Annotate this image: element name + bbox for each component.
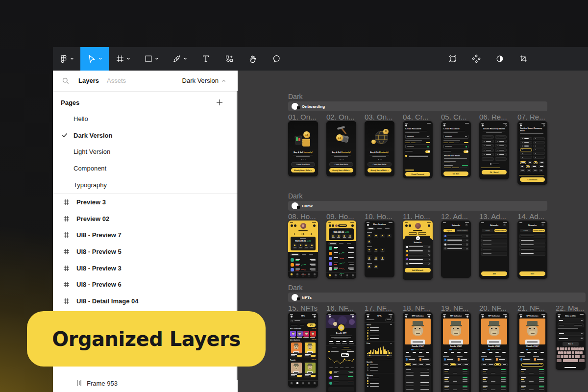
phone-thumbnail[interactable]: Doodle NFT: [326, 312, 356, 392]
tab-layers[interactable]: Layers: [78, 77, 99, 84]
chevron-down-icon[interactable]: [183, 57, 187, 60]
move-tool-button[interactable]: [80, 47, 109, 71]
phone-thumbnail[interactable]: ɃBuy & Sell Instantly!Create New WalletA…: [288, 121, 318, 176]
mask-button[interactable]: [488, 47, 512, 71]
frame-title-label[interactable]: 13. Ad...: [479, 212, 506, 220]
thumb-shape: [533, 354, 538, 354]
thumb-shape: [302, 254, 306, 255]
thumb-shape: [303, 159, 304, 160]
page-item-hello[interactable]: Hello: [53, 111, 238, 127]
frame-title-label[interactable]: 02. On...: [326, 113, 355, 121]
design-canvas[interactable]: DarkOnboarding01. On...ɃBuy & Sell Insta…: [238, 71, 588, 392]
phone-thumbnail[interactable]: Networks×PopularCustom Networks: [441, 220, 471, 278]
phone-thumbnail[interactable]: ɃBuy & Sell Instantly!Create New WalletA…: [326, 121, 356, 176]
frame-item-ui8-preview-7[interactable]: UI8 - Preview 7: [53, 227, 238, 244]
frame-title-label[interactable]: 16. NF...: [326, 304, 354, 312]
phone-thumbnail[interactable]: More Services: [365, 220, 394, 277]
frame-title-label[interactable]: 08. Ho...: [288, 212, 316, 220]
thumb-text: Ƀ: [303, 133, 310, 138]
frame-title-label[interactable]: 06. Re...: [479, 113, 507, 121]
section-header-nfts[interactable]: NFTs: [288, 293, 586, 302]
page-item-light-version[interactable]: Light Version: [53, 144, 238, 160]
thumb-shape: [527, 341, 538, 342]
phone-thumbnail[interactable]: Create Password••••••••••••••••••••••••S…: [441, 121, 471, 177]
page-item-dark-version[interactable]: Dark Version: [53, 127, 238, 144]
variants-button[interactable]: [465, 47, 488, 71]
frame-title-label[interactable]: 20. NF...: [479, 304, 507, 312]
chevron-down-icon[interactable]: [126, 57, 130, 60]
phone-thumbnail[interactable]: NFT CollectionDoodle #7007: [479, 312, 509, 392]
hand-tool-button[interactable]: [241, 47, 265, 71]
section-header-home[interactable]: Home: [288, 201, 547, 211]
thumb-shape: [501, 373, 506, 373]
phone-thumbnail[interactable]: NFTsNFTsHot CollectionsView allLive Auct…: [288, 312, 318, 388]
thumb-shape: [539, 373, 544, 373]
frame-title-label[interactable]: 12. Ad...: [441, 212, 468, 220]
frame-item-ui8-preview-6[interactable]: UI8 - Preview 6: [53, 276, 238, 293]
frame-tool-button[interactable]: [109, 47, 137, 71]
frame-title-label[interactable]: 14. Ad...: [517, 212, 544, 220]
text-tool-button[interactable]: [194, 47, 218, 71]
thumb-shape: [334, 156, 348, 157]
chevron-down-icon[interactable]: [98, 57, 102, 60]
phone-thumbnail[interactable]: Networks×PopularCustom NetworksSave: [517, 220, 547, 279]
comment-tool-button[interactable]: [265, 47, 288, 71]
phone-thumbnail[interactable]: Make an OfferNext ↗: [556, 312, 586, 370]
frame-title-label[interactable]: 21. NF...: [517, 304, 545, 312]
frame-item-ui8-preview-5[interactable]: UI8 - Preview 5: [53, 244, 238, 260]
frame-title-label[interactable]: 07. Re...: [517, 113, 545, 121]
crop-button[interactable]: [512, 47, 535, 71]
frame-title-label[interactable]: 18. NF...: [403, 304, 430, 312]
service-icon: [374, 256, 378, 261]
frame-title-label[interactable]: 11. Ho...: [403, 212, 430, 220]
figma-menu-button[interactable]: [53, 47, 80, 71]
frame-item-preview-02[interactable]: Preview 02: [53, 211, 238, 227]
pen-tool-button[interactable]: [166, 47, 194, 71]
frame-item-preview-3[interactable]: Preview 3: [53, 194, 238, 211]
section-header-onboarding[interactable]: Onboarding: [288, 101, 547, 111]
thumb-shape: [343, 159, 344, 160]
page-selector[interactable]: Dark Version: [182, 77, 226, 84]
phone-thumbnail[interactable]: Secret Recovery WordsOk, I Saved: [479, 121, 509, 179]
edit-object-button[interactable]: [441, 47, 465, 71]
thumb-shape: [326, 272, 356, 273]
add-page-button[interactable]: [216, 99, 223, 106]
frame-title-label[interactable]: 01. On...: [288, 113, 317, 121]
frame-title-label[interactable]: 05. Cr...: [441, 113, 467, 121]
frame-title-label[interactable]: 17. NF...: [365, 304, 392, 312]
chevron-down-icon[interactable]: [70, 57, 74, 60]
phone-thumbnail[interactable]: $52,528.80 +2.5%: [288, 220, 318, 278]
tab-assets[interactable]: Assets: [107, 77, 126, 84]
phone-thumbnail[interactable]: Networks×PopularCustom NetworksAdd: [479, 220, 509, 279]
phone-thumbnail[interactable]: NetworksAdd A Network: [403, 220, 433, 280]
frame-title-label[interactable]: 03. On...: [365, 113, 393, 121]
phone-thumbnail[interactable]: NFT CollectionDoodle #7007: [441, 312, 471, 392]
thumb-shape: [521, 373, 525, 373]
frame-title-label[interactable]: 15. NFTs: [288, 304, 318, 312]
status-time: [328, 314, 331, 315]
phone-thumbnail[interactable]: NFT CollectionDoodle #7007: [403, 312, 433, 392]
frame-title-label[interactable]: 22. Ma...: [556, 304, 584, 312]
shape-tool-button[interactable]: [137, 47, 166, 71]
phone-thumbnail[interactable]: NFTsStatusPriceQuantityCategory: [365, 312, 394, 392]
bottom-frame-item[interactable]: Frame 953: [53, 374, 238, 392]
chevron-down-icon[interactable]: [155, 57, 159, 60]
phone-thumbnail[interactable]: $52,528.80 +2.5%: [326, 220, 356, 279]
page-item-component[interactable]: Component: [53, 160, 238, 177]
thumb-text: NFTs: [307, 324, 316, 326]
frame-title-label[interactable]: 19. NF...: [441, 304, 468, 312]
frame-item-ui8-preview-3[interactable]: UI8 - Preview 3: [53, 260, 238, 276]
phone-thumbnail[interactable]: NFT CollectionDoodle #7007: [517, 312, 547, 392]
frame-title-label[interactable]: 04. Cr...: [403, 113, 429, 121]
thumb-shape: [534, 358, 537, 361]
phone-thumbnail[interactable]: Confirm Secret RecoveryWordConfirmation: [517, 121, 547, 185]
thumb-shape: [466, 316, 468, 318]
frame-title-label[interactable]: 10. Ho...: [365, 212, 392, 220]
frame-item-ui8-detail-image-04[interactable]: UI8 - Detail Image 04: [53, 293, 238, 310]
page-item-typography[interactable]: Typography: [53, 176, 238, 193]
phone-thumbnail[interactable]: ɃBuy & Sell Instantly!Create New WalletA…: [365, 121, 394, 176]
component-tool-button[interactable]: [218, 47, 241, 71]
frame-title-label[interactable]: 09. Ho...: [326, 212, 354, 220]
phone-thumbnail[interactable]: Create Password••••••••••••••••••••••••C…: [403, 121, 433, 178]
search-icon[interactable]: [62, 77, 70, 85]
